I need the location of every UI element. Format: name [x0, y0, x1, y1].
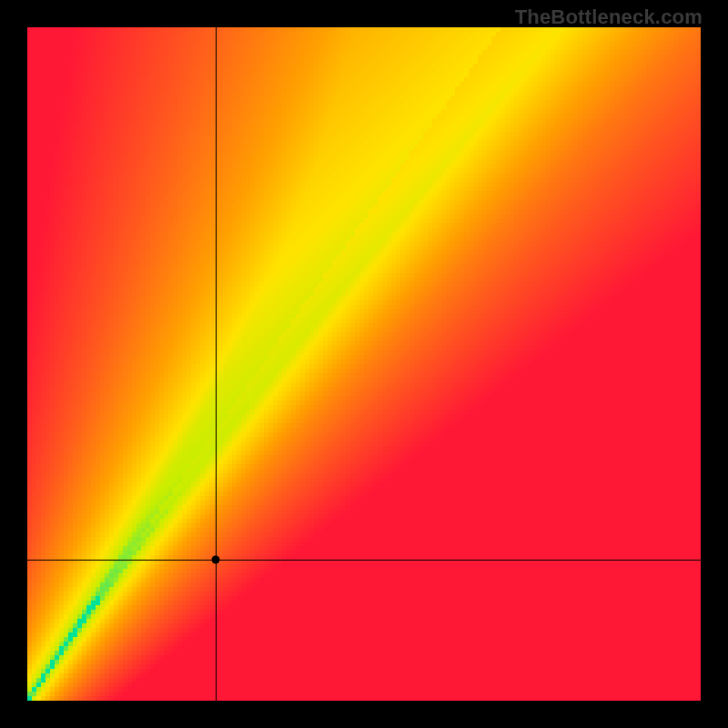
crosshair-horizontal	[27, 560, 701, 561]
chart-frame: TheBottleneck.com	[0, 0, 728, 728]
plot-area	[27, 27, 701, 701]
marker-dot	[212, 555, 220, 563]
crosshair-vertical	[216, 27, 217, 701]
heatmap-canvas	[27, 27, 701, 701]
watermark-text: TheBottleneck.com	[515, 5, 703, 29]
